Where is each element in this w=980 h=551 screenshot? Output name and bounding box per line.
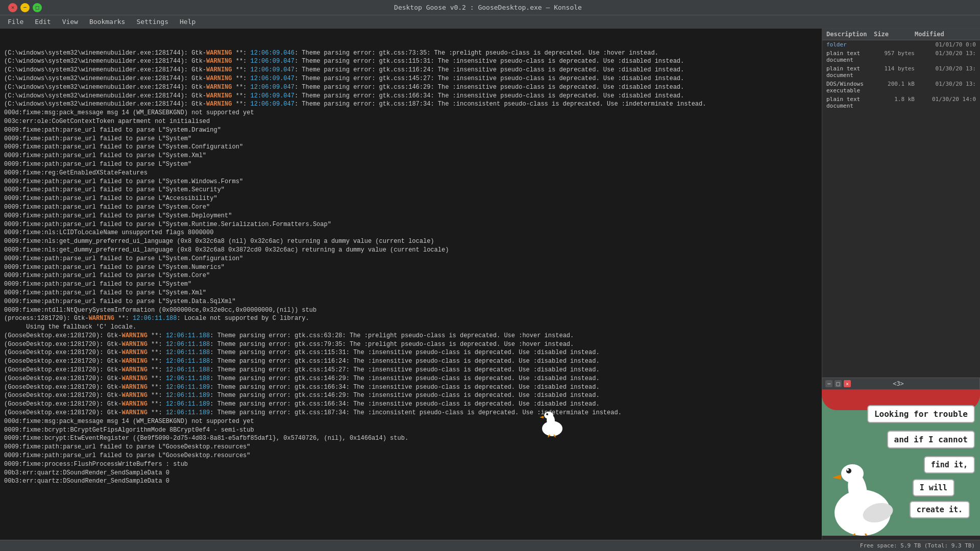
- file-name: plain text document: [826, 65, 874, 79]
- log-line: 0009:fixme:path:parse_url failed to pars…: [4, 135, 818, 143]
- log-line: 0009:fixme:path:parse_url failed to pars…: [4, 160, 818, 169]
- log-line: (C:\windows\system32\winemenubuilder.exe…: [4, 66, 818, 74]
- log-line: (GooseDesktop.exe:1281720): Gtk-WARNING …: [4, 340, 818, 349]
- window-controls-left[interactable]: × − □: [5, 3, 42, 12]
- log-line: 0009:fixme:path:parse_url failed to pars…: [4, 212, 818, 220]
- svg-marker-15: [540, 416, 544, 418]
- log-line: 0009:fixme:path:parse_url failed to pars…: [4, 186, 818, 194]
- menu-help[interactable]: Help: [175, 16, 201, 27]
- status-bar: Free space: 5.9 TB (Total: 9.3 TB): [0, 540, 980, 551]
- log-line: 0009:fixme:path:parse_url failed to pars…: [4, 126, 818, 135]
- log-line: 0009:fixme:path:parse_url failed to pars…: [4, 255, 818, 263]
- log-line: (GooseDesktop.exe:1281720): Gtk-WARNING …: [4, 366, 818, 374]
- log-line: 0009:fixme:nls:get_dummy_preferred_ui_la…: [4, 237, 818, 246]
- log-line: 0009:fixme:path:parse_url failed to pars…: [4, 152, 818, 160]
- log-line: (GooseDesktop.exe:1281720): Gtk-WARNING …: [4, 400, 818, 409]
- speech-bubble-3: find it,: [924, 456, 975, 473]
- log-line: 0009:fixme:path:parse_url failed to pars…: [4, 220, 818, 229]
- log-line: (C:\windows\system32\winemenubuilder.exe…: [4, 100, 818, 109]
- log-line: Using the fallback 'C' locale.: [4, 323, 818, 332]
- log-line: (GooseDesktop.exe:1281720): Gtk-WARNING …: [4, 357, 818, 366]
- svg-point-4: [847, 469, 849, 471]
- log-line: 000d:fixme:msg:pack_message msg 14 (WM_E…: [4, 417, 818, 426]
- svg-marker-5: [832, 474, 841, 480]
- svg-point-14: [546, 413, 548, 415]
- menu-bookmarks[interactable]: Bookmarks: [84, 16, 130, 27]
- log-line: (C:\windows\system32\winemenubuilder.exe…: [4, 74, 818, 83]
- menu-file[interactable]: File: [3, 16, 29, 27]
- file-name: folder: [826, 41, 874, 48]
- log-line: (GooseDesktop.exe:1281720): Gtk-WARNING …: [4, 348, 818, 357]
- list-item[interactable]: folder 01/01/70 0:0: [822, 40, 980, 49]
- close-button[interactable]: ×: [8, 3, 17, 12]
- log-line: 0009:fixme:path:parse_url failed to pars…: [4, 280, 818, 289]
- speech-bubble-1: Looking for trouble: [867, 405, 975, 423]
- list-item[interactable]: DOS/Windows executable 200.1 kB 01/30/20…: [822, 80, 980, 95]
- svg-point-2: [841, 464, 864, 483]
- menu-view[interactable]: View: [57, 16, 83, 27]
- log-line: 0009:fixme:path:parse_url failed to pars…: [4, 143, 818, 152]
- file-date: 01/01/70 0:0: [915, 41, 976, 48]
- file-date: 01/30/20 13:: [915, 81, 976, 94]
- log-line: (GooseDesktop.exe:1281720): Gtk-WARNING …: [4, 391, 818, 400]
- log-line: 00b3:err:quartz:DSoundRender_SendSampleD…: [4, 477, 818, 486]
- speech-bubble-5: create it.: [910, 501, 970, 518]
- goose-window-title: <3>: [851, 380, 946, 387]
- goose-terminal-icon: [538, 409, 567, 439]
- log-line: 0009:fixme:path:parse_url failed to pars…: [4, 443, 818, 452]
- log-line: 0009:fixme:path:parse_url failed to pars…: [4, 263, 818, 272]
- list-item[interactable]: plain text document 114 bytes 01/30/20 1…: [822, 64, 980, 80]
- menu-settings[interactable]: Settings: [131, 16, 174, 27]
- log-line: 0009:fixme:bcrypt:BCryptGetFipsAlgorithm…: [4, 426, 818, 435]
- col-description: Description: [826, 31, 874, 38]
- file-size: 114 bytes: [874, 65, 915, 79]
- log-line: 0009:fixme:nls:LCIDToLocaleName unsuppor…: [4, 229, 818, 237]
- log-line: 0009:fixme:path:parse_url failed to pars…: [4, 194, 818, 203]
- goose-window[interactable]: − □ × <3> Looking for trouble and if I c…: [822, 378, 980, 536]
- log-line: (GooseDesktop.exe:1281720): Gtk-WARNING …: [4, 383, 818, 392]
- log-line: (process:1281720): Gtk-WARNING **: 12:06…: [4, 314, 818, 323]
- log-line: (GooseDesktop.exe:1281720): Gtk-WARNING …: [4, 409, 818, 417]
- log-line: 0009:fixme:ntdll:NtQuerySystemInformatio…: [4, 306, 818, 315]
- goose-minimize-button[interactable]: −: [825, 380, 832, 387]
- log-line: 0009:fixme:reg:GetEnabledXStateFeatures: [4, 169, 818, 178]
- col-size: Size: [874, 31, 915, 38]
- speech-bubble-4: I will: [913, 479, 954, 496]
- window-title: Desktop Goose v0.2 : GooseDesktop.exe — …: [42, 4, 934, 11]
- log-line: (GooseDesktop.exe:1281720): Gtk-WARNING …: [4, 332, 818, 340]
- maximize-button[interactable]: □: [33, 3, 42, 12]
- log-line: 0009:fixme:nls:get_dummy_preferred_ui_la…: [4, 246, 818, 255]
- minimize-button[interactable]: −: [20, 3, 30, 12]
- menu-edit[interactable]: Edit: [30, 16, 56, 27]
- file-name: plain text document: [826, 50, 874, 63]
- terminal-output[interactable]: (C:\windows\system32\winemenubuilder.exe…: [0, 29, 822, 551]
- list-item[interactable]: plain text document 1.8 kB 01/30/20 14:0: [822, 95, 980, 110]
- goose-maximize-button[interactable]: □: [835, 380, 842, 387]
- list-item[interactable]: plain text document 957 bytes 01/30/20 1…: [822, 49, 980, 64]
- goose-close-button[interactable]: ×: [844, 380, 851, 387]
- title-bar: × − □ Desktop Goose v0.2 : GooseDesktop.…: [0, 0, 980, 15]
- file-name: plain text document: [826, 96, 874, 109]
- log-line: (GooseDesktop.exe:1281720): Gtk-WARNING …: [4, 374, 818, 383]
- log-line: (C:\windows\system32\winemenubuilder.exe…: [4, 92, 818, 101]
- log-line: 0009:fixme:process:FlushProcessWriteBuff…: [4, 460, 818, 469]
- svg-point-3: [846, 468, 851, 473]
- log-line: 0009:fixme:path:parse_url failed to pars…: [4, 178, 818, 186]
- log-line: 0009:fixme:bcrypt:EtwEventRegister ({Be9…: [4, 434, 818, 443]
- log-line: 0009:fixme:path:parse_url failed to pars…: [4, 297, 818, 306]
- file-manager-header: Description Size Modified: [822, 29, 980, 40]
- file-date: 01/30/20 14:0: [915, 96, 976, 109]
- file-size: 957 bytes: [874, 50, 915, 63]
- goose-window-controls[interactable]: − □ ×: [825, 380, 851, 387]
- status-text: Free space: 5.9 TB (Total: 9.3 TB): [860, 542, 975, 549]
- log-line: 0009:fixme:path:parse_url failed to pars…: [4, 452, 818, 460]
- log-line: 00b3:err:quartz:DSoundRender_SendSampleD…: [4, 469, 818, 478]
- log-line: 0009:fixme:path:parse_url failed to pars…: [4, 271, 818, 280]
- goose-titlebar: − □ × <3>: [822, 378, 980, 390]
- file-size: 1.8 kB: [874, 96, 915, 109]
- log-line: 0009:fixme:path:parse_url failed to pars…: [4, 289, 818, 297]
- goose-content-area: Looking for trouble and if I cannot find…: [822, 390, 980, 536]
- file-date: 01/30/20 13:: [915, 50, 976, 63]
- log-line: (C:\windows\system32\winemenubuilder.exe…: [4, 57, 818, 66]
- goose-illustration: [827, 434, 909, 536]
